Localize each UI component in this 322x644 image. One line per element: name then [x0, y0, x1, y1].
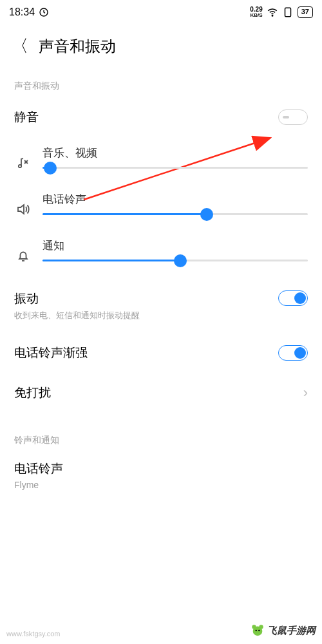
ringtone-slider-thumb[interactable] — [200, 208, 213, 221]
media-slider-track[interactable] — [43, 167, 308, 169]
svg-point-7 — [259, 625, 263, 629]
phone-ringtone-row[interactable]: 电话铃声 Flyme — [0, 451, 322, 493]
dnd-label: 免打扰 — [14, 384, 51, 401]
section-header-ringtone: 铃声和通知 — [0, 413, 322, 451]
vibration-label: 振动 — [14, 290, 140, 307]
nav-bar: 〈 声音和振动 — [0, 21, 322, 65]
ringtone-slider-fill — [43, 213, 207, 215]
speaker-icon — [14, 202, 32, 217]
notification-slider-thumb[interactable] — [174, 254, 187, 267]
media-slider-label: 音乐、视频 — [43, 146, 308, 160]
watermark-right: 飞鼠手游网 — [251, 623, 316, 638]
media-slider-thumb[interactable] — [44, 162, 57, 175]
notification-slider-fill — [43, 260, 180, 261]
silent-toggle[interactable] — [278, 109, 308, 125]
svg-point-6 — [252, 625, 256, 629]
wifi-icon — [267, 6, 278, 18]
vibration-text: 振动 收到来电、短信和通知时振动提醒 — [14, 290, 140, 321]
ringtone-slider-row[interactable]: 电话铃声 — [0, 184, 322, 230]
back-icon[interactable]: 〈 — [12, 35, 28, 57]
net-speed: 0.29 KB/S — [250, 6, 262, 18]
music-mute-icon — [14, 155, 32, 171]
status-left: 18:34 — [9, 6, 49, 18]
phone-ringtone-label: 电话铃声 — [14, 460, 308, 477]
ringtone-slider-body: 电话铃声 — [43, 192, 308, 215]
svg-point-9 — [258, 630, 260, 631]
watermark: www.fsktgsy.com 飞鼠手游网 — [0, 623, 322, 638]
ring-fade-label: 电话铃声渐强 — [14, 345, 88, 361]
notification-slider-label: 通知 — [43, 238, 308, 253]
svg-point-1 — [272, 15, 273, 17]
rotation-icon — [282, 6, 294, 18]
svg-rect-2 — [285, 8, 290, 17]
vibration-row[interactable]: 振动 收到来电、短信和通知时振动提醒 — [0, 276, 322, 333]
status-bar: 18:34 0.29 KB/S 37 — [0, 0, 322, 21]
ring-fade-toggle[interactable] — [278, 345, 308, 361]
notification-slider-body: 通知 — [43, 238, 308, 261]
watermark-right-text: 飞鼠手游网 — [267, 625, 316, 637]
silent-label: 静音 — [14, 109, 39, 126]
dnd-row[interactable]: 免打扰 › — [0, 373, 322, 413]
watermark-left: www.fsktgsy.com — [6, 630, 61, 638]
mouse-logo-icon — [251, 623, 265, 638]
vibration-toggle[interactable] — [278, 290, 308, 306]
ring-fade-row[interactable]: 电话铃声渐强 — [0, 333, 322, 373]
svg-point-4 — [19, 165, 21, 167]
notification-slider-row[interactable]: 通知 — [0, 230, 322, 276]
status-right: 0.29 KB/S 37 — [250, 6, 313, 18]
bell-icon — [14, 248, 32, 263]
section-header-sound: 声音和振动 — [0, 65, 322, 97]
vibration-sub: 收到来电、短信和通知时振动提醒 — [14, 310, 140, 321]
svg-point-8 — [256, 630, 257, 631]
battery-indicator: 37 — [298, 6, 313, 17]
status-time: 18:34 — [9, 6, 35, 18]
media-slider-row[interactable]: 音乐、视频 — [0, 137, 322, 184]
media-slider-body: 音乐、视频 — [43, 146, 308, 169]
notification-slider-track[interactable] — [43, 260, 308, 261]
net-speed-label: KB/S — [250, 13, 262, 18]
ringtone-slider-label: 电话铃声 — [43, 192, 308, 207]
ringtone-slider-track[interactable] — [43, 213, 308, 215]
phone-ringtone-value: Flyme — [14, 480, 308, 490]
silent-row[interactable]: 静音 — [0, 97, 322, 137]
page-title: 声音和振动 — [39, 36, 116, 57]
clock-icon — [39, 7, 49, 17]
chevron-right-icon: › — [303, 384, 308, 401]
